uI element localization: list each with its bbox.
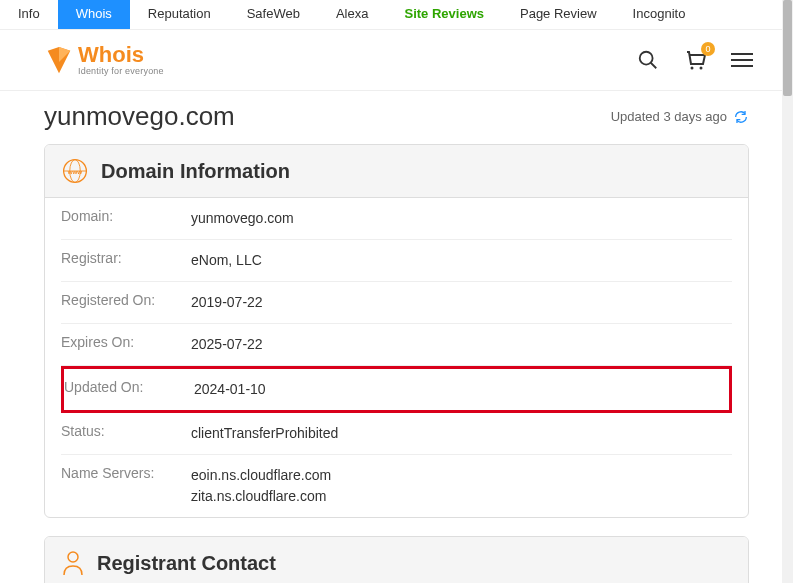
refresh-icon (733, 109, 749, 125)
table-row: Domain:yunmovego.com (61, 198, 732, 240)
site-header: Whois Identity for everyone 0 (0, 30, 793, 91)
svg-point-8 (68, 552, 78, 562)
row-value: clientTransferProhibited (191, 423, 338, 444)
svg-line-1 (651, 63, 657, 69)
row-value: eoin.ns.cloudflare.comzita.ns.cloudflare… (191, 465, 331, 507)
globe-www-icon: www (61, 157, 89, 185)
top-navigation: InfoWhoisReputationSafeWebAlexaSite Revi… (0, 0, 793, 30)
svg-point-2 (691, 67, 694, 70)
cart-button[interactable]: 0 (683, 48, 707, 72)
table-row: Name Servers:eoin.ns.cloudflare.comzita.… (61, 455, 732, 517)
domain-info-title: Domain Information (101, 160, 290, 183)
row-value: 2025-07-22 (191, 334, 263, 355)
row-value: eNom, LLC (191, 250, 262, 271)
person-icon (61, 549, 85, 577)
search-button[interactable] (637, 49, 659, 71)
logo-text: Whois (78, 44, 164, 66)
domain-title: yunmovego.com (44, 101, 235, 132)
table-row: Registered On:2019-07-22 (61, 282, 732, 324)
registrant-header: Registrant Contact (45, 537, 748, 583)
row-value: yunmovego.com (191, 208, 294, 229)
table-row: Expires On:2025-07-22 (61, 324, 732, 366)
row-value: 2024-01-10 (194, 379, 266, 400)
domain-info-body: Domain:yunmovego.comRegistrar:eNom, LLCR… (45, 198, 748, 517)
whois-logo-icon (44, 45, 74, 75)
tab-page-review[interactable]: Page Review (502, 0, 615, 29)
row-label: Expires On: (61, 334, 191, 350)
registrant-panel: Registrant Contact (44, 536, 749, 583)
svg-text:www: www (67, 168, 83, 175)
search-icon (637, 49, 659, 71)
tab-safeweb[interactable]: SafeWeb (229, 0, 318, 29)
logo[interactable]: Whois Identity for everyone (44, 44, 164, 76)
tab-alexa[interactable]: Alexa (318, 0, 387, 29)
cart-badge: 0 (701, 42, 715, 56)
tab-info[interactable]: Info (0, 0, 58, 29)
main-content: yunmovego.com Updated 3 days ago www Dom… (0, 91, 793, 583)
tab-incognito[interactable]: Incognito (615, 0, 704, 29)
tab-reputation[interactable]: Reputation (130, 0, 229, 29)
row-label: Domain: (61, 208, 191, 224)
row-label: Updated On: (64, 379, 194, 395)
domain-info-panel: www Domain Information Domain:yunmovego.… (44, 144, 749, 518)
menu-button[interactable] (731, 53, 753, 67)
row-label: Name Servers: (61, 465, 191, 481)
registrant-title: Registrant Contact (97, 552, 276, 575)
updated-indicator[interactable]: Updated 3 days ago (611, 109, 749, 125)
table-row: Registrar:eNom, LLC (61, 240, 732, 282)
domain-info-header: www Domain Information (45, 145, 748, 198)
table-row: Updated On:2024-01-10 (61, 366, 732, 413)
svg-point-3 (700, 67, 703, 70)
tab-whois[interactable]: Whois (58, 0, 130, 29)
scrollbar-thumb[interactable] (783, 0, 792, 96)
row-label: Registered On: (61, 292, 191, 308)
logo-subtitle: Identity for everyone (78, 66, 164, 76)
title-bar: yunmovego.com Updated 3 days ago (44, 101, 749, 132)
header-actions: 0 (637, 48, 753, 72)
tab-site-reviews[interactable]: Site Reviews (386, 0, 502, 29)
row-label: Status: (61, 423, 191, 439)
table-row: Status:clientTransferProhibited (61, 413, 732, 455)
row-value: 2019-07-22 (191, 292, 263, 313)
updated-text: Updated 3 days ago (611, 109, 727, 124)
svg-point-0 (640, 52, 653, 65)
scrollbar-track[interactable] (782, 0, 793, 583)
row-label: Registrar: (61, 250, 191, 266)
